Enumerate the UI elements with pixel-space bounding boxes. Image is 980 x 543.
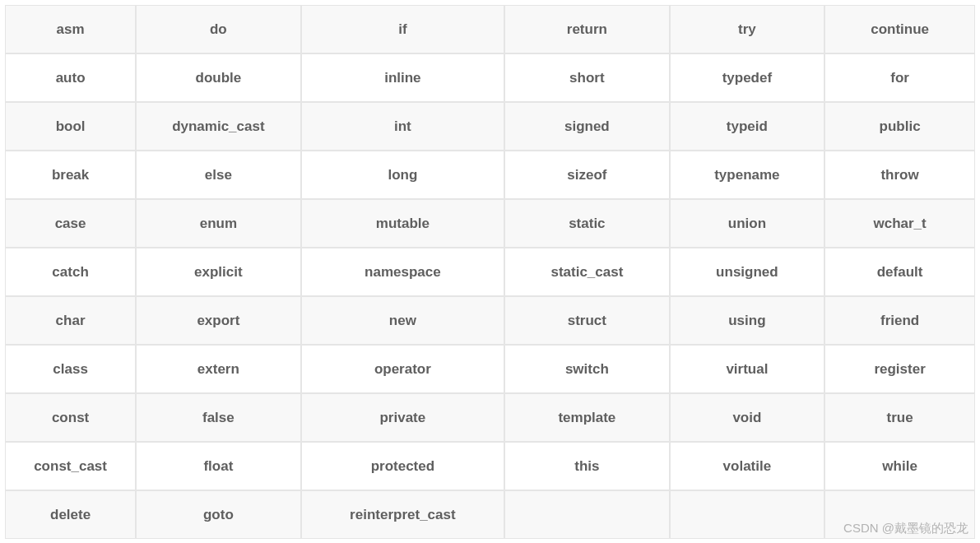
table-row: class extern operator switch virtual reg… (5, 345, 975, 393)
keyword-cell: struct (504, 296, 669, 345)
keyword-cell (670, 490, 825, 539)
keyword-cell: sizeof (504, 151, 669, 199)
table-row: bool dynamic_cast int signed typeid publ… (5, 102, 975, 151)
table-body: asm do if return try continue auto doubl… (5, 5, 975, 539)
keyword-cell: int (301, 102, 505, 151)
keyword-cell: void (670, 393, 825, 442)
keyword-cell: char (5, 296, 136, 345)
keyword-cell: return (504, 5, 669, 53)
keyword-cell: static (504, 199, 669, 248)
keyword-cell: if (301, 5, 505, 53)
keyword-cell: const_cast (5, 442, 136, 490)
keyword-cell: static_cast (504, 248, 669, 296)
table-row: const_cast float protected this volatile… (5, 442, 975, 490)
keyword-cell: operator (301, 345, 505, 393)
keyword-cell: export (136, 296, 300, 345)
keyword-cell: short (504, 53, 669, 102)
keyword-cell: double (136, 53, 300, 102)
keyword-cell: public (824, 102, 975, 151)
keyword-cell: wchar_t (824, 199, 975, 248)
table-row: catch explicit namespace static_cast uns… (5, 248, 975, 296)
table-row: const false private template void true (5, 393, 975, 442)
keyword-cell: inline (301, 53, 505, 102)
keyword-cell: goto (136, 490, 300, 539)
keyword-cell: false (136, 393, 300, 442)
keyword-cell: delete (5, 490, 136, 539)
keyword-cell: class (5, 345, 136, 393)
keyword-cell: register (824, 345, 975, 393)
keyword-cell: new (301, 296, 505, 345)
cpp-keywords-table: asm do if return try continue auto doubl… (5, 5, 975, 539)
keyword-cell: namespace (301, 248, 505, 296)
keyword-cell: default (824, 248, 975, 296)
keyword-cell: protected (301, 442, 505, 490)
keyword-cell: reinterpret_cast (301, 490, 505, 539)
table-row: delete goto reinterpret_cast (5, 490, 975, 539)
keyword-cell: try (670, 5, 825, 53)
keyword-cell: catch (5, 248, 136, 296)
keyword-cell: signed (504, 102, 669, 151)
table-row: case enum mutable static union wchar_t (5, 199, 975, 248)
keyword-cell: this (504, 442, 669, 490)
keyword-cell: typeid (670, 102, 825, 151)
keyword-cell: switch (504, 345, 669, 393)
keyword-cell: enum (136, 199, 300, 248)
keyword-cell: const (5, 393, 136, 442)
keyword-cell: case (5, 199, 136, 248)
table-row: asm do if return try continue (5, 5, 975, 53)
keyword-cell: private (301, 393, 505, 442)
keyword-cell: for (824, 53, 975, 102)
table-row: break else long sizeof typename throw (5, 151, 975, 199)
table-row: char export new struct using friend (5, 296, 975, 345)
keyword-cell: typename (670, 151, 825, 199)
keyword-cell: using (670, 296, 825, 345)
keyword-cell: mutable (301, 199, 505, 248)
keyword-cell: dynamic_cast (136, 102, 300, 151)
keyword-cell: while (824, 442, 975, 490)
keyword-cell: template (504, 393, 669, 442)
keyword-cell: typedef (670, 53, 825, 102)
keyword-cell: auto (5, 53, 136, 102)
keyword-cell: bool (5, 102, 136, 151)
keyword-cell: else (136, 151, 300, 199)
keyword-cell: do (136, 5, 300, 53)
keyword-cell: long (301, 151, 505, 199)
keyword-cell: virtual (670, 345, 825, 393)
keyword-cell: break (5, 151, 136, 199)
keyword-cell: friend (824, 296, 975, 345)
keyword-cell: throw (824, 151, 975, 199)
keyword-cell: unsigned (670, 248, 825, 296)
keyword-cell: volatile (670, 442, 825, 490)
keyword-cell (824, 490, 975, 539)
keyword-cell: extern (136, 345, 300, 393)
keyword-cell: union (670, 199, 825, 248)
keyword-cell: true (824, 393, 975, 442)
keyword-cell: continue (824, 5, 975, 53)
keyword-cell: asm (5, 5, 136, 53)
keyword-cell: explicit (136, 248, 300, 296)
keyword-cell (504, 490, 669, 539)
table-row: auto double inline short typedef for (5, 53, 975, 102)
keyword-cell: float (136, 442, 300, 490)
